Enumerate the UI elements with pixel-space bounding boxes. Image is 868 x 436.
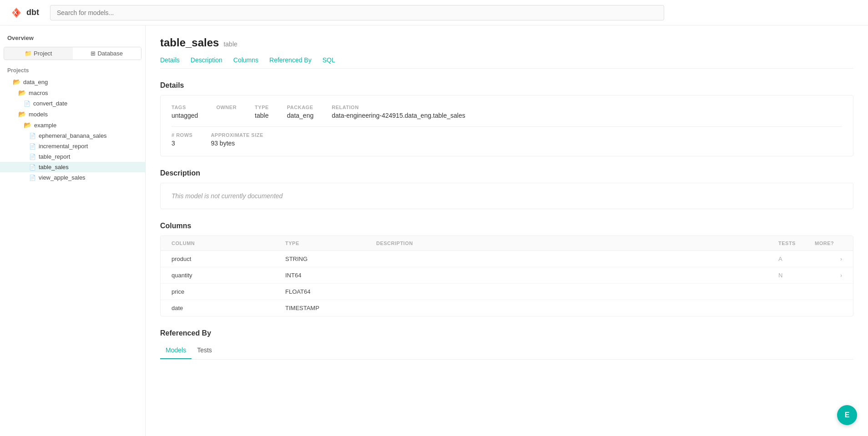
sidebar-item-models[interactable]: 📂 models	[0, 109, 145, 120]
sidebar-item-incremental_report[interactable]: 📄 incremental_report	[0, 141, 145, 151]
details-title: Details	[160, 81, 853, 90]
page-title-row: table_sales table	[160, 36, 853, 49]
chevron-right-icon: ›	[840, 272, 842, 279]
sidebar-tab-group: 📁 Project ⊞ Database	[4, 47, 141, 60]
file-icon: 📄	[29, 175, 36, 181]
sidebar-tab-database[interactable]: ⊞ Database	[73, 47, 141, 60]
details-field-rows: # ROWS 3	[172, 132, 192, 147]
details-field-type: TYPE table	[255, 105, 269, 119]
col-header-tests: TESTS	[778, 241, 815, 246]
tab-columns[interactable]: Columns	[233, 56, 258, 68]
fab-label: E	[845, 411, 850, 419]
folder-icon: 📂	[18, 110, 26, 118]
dbt-logo-icon: X	[9, 5, 24, 20]
topbar: X dbt	[0, 0, 868, 25]
col-header-type: TYPE	[285, 241, 376, 246]
ref-tab-tests[interactable]: Tests	[192, 343, 217, 359]
referenced-by-title: Referenced By	[160, 329, 853, 337]
col-product-tests: A	[778, 256, 815, 262]
details-card: TAGS untagged OWNER TYPE table PACKAGE d…	[160, 95, 853, 156]
tab-referenced-by[interactable]: Referenced By	[269, 56, 312, 68]
details-field-relation: RELATION data-engineering-424915.data_en…	[332, 105, 465, 119]
main-tab-nav: Details Description Columns Referenced B…	[160, 56, 853, 69]
col-date-type: TIMESTAMP	[285, 305, 376, 311]
tab-sql[interactable]: SQL	[323, 56, 335, 68]
columns-table: COLUMN TYPE DESCRIPTION TESTS MORE? prod…	[160, 236, 853, 316]
main-content: table_sales table Details Description Co…	[146, 25, 868, 436]
brand-name: dbt	[26, 8, 39, 17]
description-section: Description This model is not currently …	[160, 169, 853, 209]
referenced-by-section: Referenced By Models Tests	[160, 329, 853, 360]
details-section: Details TAGS untagged OWNER TYPE table	[160, 81, 853, 156]
details-field-tags: TAGS untagged	[172, 105, 198, 119]
description-text: This model is not currently documented	[172, 192, 283, 200]
chevron-right-icon: ›	[840, 256, 842, 262]
overview-label: Overview	[0, 33, 145, 47]
file-icon: 📄	[29, 164, 36, 170]
ref-tab-models[interactable]: Models	[160, 343, 192, 359]
details-row-1: TAGS untagged OWNER TYPE table PACKAGE d…	[172, 105, 842, 119]
columns-section: Columns COLUMN TYPE DESCRIPTION TESTS MO…	[160, 222, 853, 316]
columns-title: Columns	[160, 222, 853, 230]
svg-text:X: X	[14, 9, 18, 16]
page-title: table_sales	[160, 36, 219, 49]
search-input[interactable]	[50, 5, 664, 20]
table-row: date TIMESTAMP	[161, 300, 853, 316]
table-row: price FLOAT64	[161, 284, 853, 300]
table-row: product STRING A ›	[161, 251, 853, 267]
columns-header-row: COLUMN TYPE DESCRIPTION TESTS MORE?	[161, 236, 853, 251]
col-quantity-tests: N	[778, 272, 815, 279]
file-icon: 📄	[29, 154, 36, 160]
description-title: Description	[160, 169, 853, 177]
col-header-description: DESCRIPTION	[376, 241, 778, 246]
search-bar[interactable]	[50, 5, 664, 20]
col-product-more[interactable]: ›	[815, 256, 842, 262]
sidebar-item-table_sales[interactable]: 📄 table_sales	[0, 162, 145, 172]
col-product-name: product	[172, 256, 285, 262]
col-header-column: COLUMN	[172, 241, 285, 246]
description-card: This model is not currently documented	[160, 183, 853, 209]
col-quantity-name: quantity	[172, 272, 285, 279]
col-quantity-more[interactable]: ›	[815, 272, 842, 279]
folder-icon: 📂	[18, 89, 26, 96]
sidebar-item-macros[interactable]: 📂 macros	[0, 87, 145, 98]
col-date-name: date	[172, 305, 285, 311]
sidebar-tab-project[interactable]: 📁 Project	[4, 47, 73, 60]
sidebar-item-ephemeral_banana_sales[interactable]: 📄 ephemeral_banana_sales	[0, 130, 145, 141]
details-row-2: # ROWS 3 APPROXIMATE SIZE 93 bytes	[172, 132, 842, 147]
details-field-approx-size: APPROXIMATE SIZE 93 bytes	[211, 132, 263, 147]
col-price-type: FLOAT64	[285, 288, 376, 295]
tab-details[interactable]: Details	[160, 56, 180, 68]
file-icon: 📄	[29, 143, 36, 150]
sidebar-item-data_eng[interactable]: 📂 data_eng	[0, 76, 145, 87]
col-price-name: price	[172, 288, 285, 295]
tab-description[interactable]: Description	[191, 56, 222, 68]
fab-button[interactable]: E	[837, 405, 857, 425]
folder-icon: 📂	[13, 78, 20, 85]
sidebar-item-example[interactable]: 📂 example	[0, 120, 145, 130]
sidebar: Overview 📁 Project ⊞ Database Projects 📂…	[0, 25, 146, 436]
col-header-more: MORE?	[815, 241, 842, 246]
details-field-package: PACKAGE data_eng	[287, 105, 313, 119]
details-field-owner: OWNER	[216, 105, 237, 119]
projects-label: Projects	[0, 65, 145, 76]
details-divider	[172, 126, 842, 127]
table-row: quantity INT64 N ›	[161, 267, 853, 284]
folder-icon: 📁	[25, 50, 32, 57]
sidebar-item-view_apple_sales[interactable]: 📄 view_apple_sales	[0, 172, 145, 183]
sidebar-item-convert_date[interactable]: 📄 convert_date	[0, 98, 145, 109]
col-product-type: STRING	[285, 256, 376, 262]
col-quantity-type: INT64	[285, 272, 376, 279]
logo: X dbt	[9, 5, 39, 20]
sidebar-item-table_report[interactable]: 📄 table_report	[0, 151, 145, 162]
page-badge: table	[223, 40, 237, 48]
folder-icon: 📂	[24, 121, 31, 129]
file-icon: 📄	[24, 100, 30, 107]
database-icon: ⊞	[91, 50, 96, 57]
file-icon: 📄	[29, 133, 36, 139]
ref-tab-group: Models Tests	[160, 343, 853, 360]
